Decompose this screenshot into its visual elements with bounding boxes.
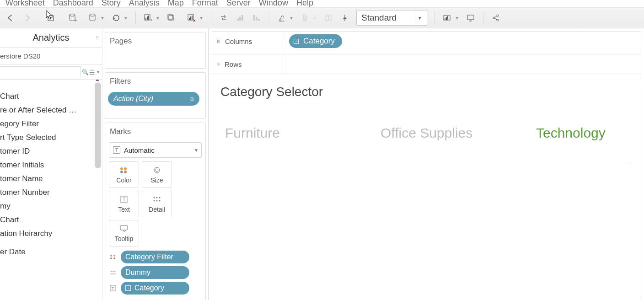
fit-label: Standard — [361, 13, 397, 23]
mark-pill-category-filter[interactable]: Category Filter — [121, 251, 189, 263]
chevron-down-icon[interactable]: ▾ — [97, 70, 102, 75]
svg-rect-13 — [192, 16, 193, 20]
filter-pill-action-city[interactable]: Action (City) ⧉ — [108, 92, 199, 106]
sort-asc-button[interactable] — [232, 11, 248, 25]
back-button[interactable] — [3, 11, 18, 25]
data-field[interactable]: egory Filter — [0, 117, 102, 131]
marks-size-button[interactable]: Size — [142, 161, 172, 188]
datasource-name[interactable]: erstore DS20 — [0, 48, 102, 65]
data-field[interactable]: Chart — [0, 90, 102, 103]
marks-cell-label: Tooltip — [115, 235, 133, 242]
new-datasource-button[interactable]: + — [65, 11, 80, 25]
marks-card-title: Marks — [105, 123, 205, 140]
color-icon — [109, 254, 117, 260]
sort-desc-button[interactable] — [249, 11, 264, 25]
menu-format[interactable]: Format — [192, 0, 218, 8]
marks-text-button[interactable]: T Text — [109, 191, 139, 217]
mark-pill-category[interactable]: ▫ Category — [121, 282, 189, 295]
mark-pill-label: Dummy — [125, 268, 150, 277]
dropdown-icon[interactable]: ▼ — [199, 16, 204, 21]
data-field[interactable]: my — [0, 199, 102, 213]
datasource-menu-button[interactable] — [85, 11, 101, 25]
svg-point-33 — [120, 171, 123, 173]
svg-rect-6 — [148, 16, 149, 20]
data-field[interactable]: re or After Selected … — [0, 103, 102, 117]
marks-detail-button[interactable]: Detail — [142, 191, 172, 217]
svg-point-53 — [111, 273, 112, 275]
dropdown-icon[interactable]: ▼ — [100, 16, 106, 21]
data-field[interactable]: tomer ID — [0, 145, 102, 158]
cards-column: Pages Filters Action (City) ⧉ Marks T Au… — [102, 28, 209, 300]
show-me-button[interactable] — [440, 11, 455, 25]
data-field[interactable]: tomer Name — [0, 172, 102, 186]
data-field[interactable] — [0, 241, 102, 245]
text-icon: T — [109, 285, 117, 291]
scrollbar-thumb[interactable] — [95, 82, 101, 168]
viz-title[interactable]: Category Selector — [220, 85, 633, 105]
menu-story[interactable]: Story — [102, 0, 121, 8]
dropdown-icon[interactable]: ▼ — [312, 16, 318, 21]
marks-tooltip-button[interactable]: Tooltip — [109, 220, 139, 246]
fit-dropdown[interactable]: Standard ▼ — [356, 10, 427, 26]
data-field[interactable]: tomer Initials — [0, 158, 102, 172]
analytics-tab[interactable]: Analytics ⠿ — [0, 28, 102, 48]
menu-window[interactable]: Window — [259, 0, 288, 8]
marks-color-button[interactable]: Color — [109, 161, 139, 188]
rows-shelf[interactable]: ≡ Rows — [212, 54, 641, 74]
data-field[interactable]: Chart — [0, 213, 102, 227]
presentation-mode-button[interactable] — [463, 11, 478, 25]
svg-point-43 — [156, 200, 158, 202]
viz-header-row: Furniture Office Supplies Technology — [220, 105, 633, 164]
svg-point-31 — [120, 167, 123, 170]
svg-point-49 — [113, 257, 115, 259]
data-field[interactable]: tomer Number — [0, 186, 102, 199]
search-input[interactable] — [0, 66, 81, 78]
color-icon — [119, 166, 129, 175]
svg-rect-27 — [467, 15, 474, 20]
menu-map[interactable]: Map — [168, 0, 184, 8]
dropdown-icon[interactable]: ▼ — [289, 16, 295, 21]
dropdown-icon[interactable]: ▼ — [455, 16, 460, 21]
columns-pill-category[interactable]: ▫ Category — [289, 34, 342, 48]
svg-point-44 — [159, 200, 161, 202]
view-list-icon[interactable]: ☰ — [89, 69, 97, 76]
clear-sheet-button[interactable] — [184, 11, 199, 25]
refresh-button[interactable] — [108, 11, 124, 25]
menu-worksheet[interactable]: Worksheet — [5, 0, 45, 8]
grip-icon: ⠿ — [96, 35, 98, 40]
dropdown-icon[interactable]: ▼ — [123, 16, 129, 21]
marks-cell-label: Detail — [149, 206, 165, 213]
show-labels-button[interactable]: T — [321, 11, 336, 25]
new-sheet-button[interactable]: + — [140, 11, 156, 25]
menu-server[interactable]: Server — [226, 0, 251, 8]
category-header-technology[interactable]: Technology — [536, 125, 606, 141]
dropdown-icon[interactable]: ▼ — [156, 16, 161, 21]
worksheet-area: iii Columns ▫ Category ≡ Rows Category S… — [209, 28, 644, 300]
search-icon[interactable]: 🔍 — [81, 69, 89, 75]
category-header-office-supplies[interactable]: Office Supplies — [381, 125, 536, 141]
menu-analysis[interactable]: Analysis — [129, 0, 160, 8]
toolbar-separator — [135, 11, 136, 24]
highlight-button[interactable] — [274, 11, 290, 25]
menu-help[interactable]: Help — [296, 0, 313, 8]
data-field[interactable]: er Date — [0, 245, 102, 259]
share-button[interactable] — [488, 11, 504, 25]
category-header-furniture[interactable]: Furniture — [225, 125, 381, 141]
forward-button[interactable] — [19, 11, 35, 25]
menu-dashboard[interactable]: Dashboard — [53, 0, 93, 8]
data-field[interactable]: rt Type Selected — [0, 131, 102, 145]
mark-pill-dummy[interactable]: Dummy — [121, 266, 189, 279]
save-button[interactable] — [43, 11, 59, 25]
attachment-button[interactable] — [297, 11, 313, 25]
duplicate-sheet-button[interactable] — [164, 11, 179, 25]
columns-shelf[interactable]: iii Columns ▫ Category — [212, 31, 641, 51]
columns-shelf-label: Columns — [225, 38, 252, 45]
svg-rect-17 — [253, 15, 255, 21]
svg-point-39 — [154, 197, 155, 198]
search-row: 🔍 ☰ ▾ — [0, 65, 102, 80]
pin-button[interactable] — [337, 11, 353, 25]
mark-type-dropdown[interactable]: T Automatic ▼ — [109, 142, 202, 158]
swap-axes-button[interactable] — [216, 11, 231, 25]
toolbar-separator — [211, 11, 211, 24]
data-field[interactable]: ation Heirarchy — [0, 227, 102, 241]
